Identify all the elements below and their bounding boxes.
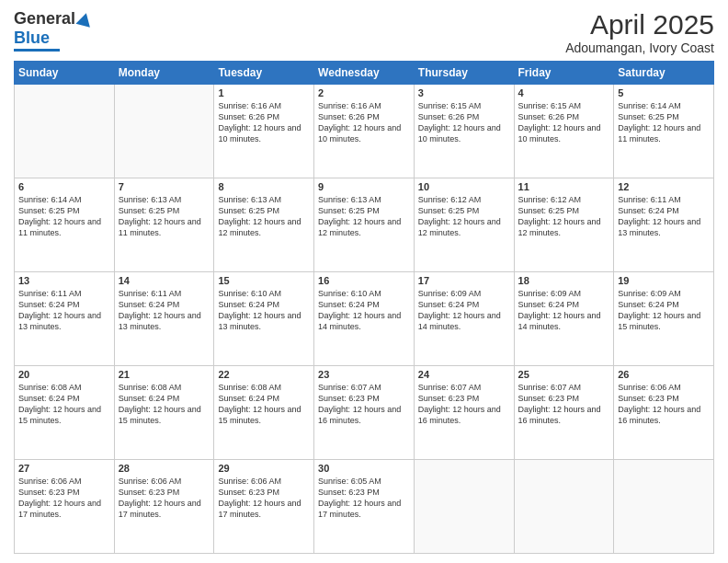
calendar-cell: 13Sunrise: 6:11 AM Sunset: 6:24 PM Dayli… xyxy=(15,272,115,366)
day-info: Sunrise: 6:13 AM Sunset: 6:25 PM Dayligh… xyxy=(218,194,310,239)
calendar-cell: 29Sunrise: 6:06 AM Sunset: 6:23 PM Dayli… xyxy=(214,460,314,554)
calendar-table: SundayMondayTuesdayWednesdayThursdayFrid… xyxy=(14,61,714,554)
day-number: 6 xyxy=(18,181,110,192)
calendar-cell: 8Sunrise: 6:13 AM Sunset: 6:25 PM Daylig… xyxy=(214,178,314,272)
week-row-4: 20Sunrise: 6:08 AM Sunset: 6:24 PM Dayli… xyxy=(15,366,714,460)
calendar-cell xyxy=(614,460,714,554)
calendar-cell: 17Sunrise: 6:09 AM Sunset: 6:24 PM Dayli… xyxy=(414,272,514,366)
calendar-cell xyxy=(114,85,214,178)
calendar-cell: 6Sunrise: 6:14 AM Sunset: 6:25 PM Daylig… xyxy=(15,178,115,272)
calendar-header-row: SundayMondayTuesdayWednesdayThursdayFrid… xyxy=(15,62,714,85)
header: General Blue April 2025 Adoumangan, Ivor… xyxy=(14,9,714,55)
day-number: 16 xyxy=(318,275,410,286)
day-header-sunday: Sunday xyxy=(15,62,115,85)
calendar-title: April 2025 xyxy=(565,9,714,40)
calendar-cell: 19Sunrise: 6:09 AM Sunset: 6:24 PM Dayli… xyxy=(614,272,714,366)
day-number: 27 xyxy=(18,463,110,474)
day-info: Sunrise: 6:08 AM Sunset: 6:24 PM Dayligh… xyxy=(218,382,310,427)
day-info: Sunrise: 6:10 AM Sunset: 6:24 PM Dayligh… xyxy=(318,288,410,333)
day-info: Sunrise: 6:08 AM Sunset: 6:24 PM Dayligh… xyxy=(18,382,110,427)
day-info: Sunrise: 6:07 AM Sunset: 6:23 PM Dayligh… xyxy=(318,382,410,427)
calendar-cell: 24Sunrise: 6:07 AM Sunset: 6:23 PM Dayli… xyxy=(414,366,514,460)
day-number: 8 xyxy=(218,181,310,192)
calendar-cell: 10Sunrise: 6:12 AM Sunset: 6:25 PM Dayli… xyxy=(414,178,514,272)
page: General Blue April 2025 Adoumangan, Ivor… xyxy=(0,0,728,563)
day-info: Sunrise: 6:05 AM Sunset: 6:23 PM Dayligh… xyxy=(318,476,410,521)
day-info: Sunrise: 6:11 AM Sunset: 6:24 PM Dayligh… xyxy=(18,288,110,333)
calendar-cell: 18Sunrise: 6:09 AM Sunset: 6:24 PM Dayli… xyxy=(514,272,614,366)
calendar-cell: 16Sunrise: 6:10 AM Sunset: 6:24 PM Dayli… xyxy=(314,272,415,366)
calendar-cell: 14Sunrise: 6:11 AM Sunset: 6:24 PM Dayli… xyxy=(114,272,214,366)
day-info: Sunrise: 6:13 AM Sunset: 6:25 PM Dayligh… xyxy=(119,194,210,239)
calendar-cell xyxy=(15,85,115,178)
calendar-cell: 23Sunrise: 6:07 AM Sunset: 6:23 PM Dayli… xyxy=(314,366,415,460)
day-number: 29 xyxy=(218,463,310,474)
day-number: 3 xyxy=(418,87,510,98)
calendar-subtitle: Adoumangan, Ivory Coast xyxy=(565,40,714,55)
logo-blue-text: Blue xyxy=(14,29,50,48)
week-row-2: 6Sunrise: 6:14 AM Sunset: 6:25 PM Daylig… xyxy=(15,178,714,272)
day-number: 1 xyxy=(218,87,310,98)
day-number: 21 xyxy=(119,369,210,380)
day-info: Sunrise: 6:08 AM Sunset: 6:24 PM Dayligh… xyxy=(119,382,210,427)
day-info: Sunrise: 6:14 AM Sunset: 6:25 PM Dayligh… xyxy=(618,100,710,145)
day-number: 24 xyxy=(418,369,510,380)
calendar-cell: 2Sunrise: 6:16 AM Sunset: 6:26 PM Daylig… xyxy=(314,85,415,178)
day-number: 23 xyxy=(318,369,410,380)
day-number: 22 xyxy=(218,369,310,380)
calendar-cell: 4Sunrise: 6:15 AM Sunset: 6:26 PM Daylig… xyxy=(514,85,614,178)
calendar-cell: 9Sunrise: 6:13 AM Sunset: 6:25 PM Daylig… xyxy=(314,178,415,272)
calendar-cell xyxy=(514,460,614,554)
day-number: 20 xyxy=(18,369,110,380)
logo-triangle-icon xyxy=(76,11,94,28)
calendar-cell: 5Sunrise: 6:14 AM Sunset: 6:25 PM Daylig… xyxy=(614,85,714,178)
day-number: 15 xyxy=(218,275,310,286)
day-header-tuesday: Tuesday xyxy=(214,62,314,85)
day-number: 14 xyxy=(119,275,210,286)
logo: General Blue xyxy=(14,9,92,52)
day-number: 7 xyxy=(119,181,210,192)
day-info: Sunrise: 6:15 AM Sunset: 6:26 PM Dayligh… xyxy=(518,100,610,145)
calendar-cell: 27Sunrise: 6:06 AM Sunset: 6:23 PM Dayli… xyxy=(15,460,115,554)
calendar-cell: 28Sunrise: 6:06 AM Sunset: 6:23 PM Dayli… xyxy=(114,460,214,554)
day-info: Sunrise: 6:09 AM Sunset: 6:24 PM Dayligh… xyxy=(418,288,510,333)
day-info: Sunrise: 6:16 AM Sunset: 6:26 PM Dayligh… xyxy=(218,100,310,145)
day-info: Sunrise: 6:09 AM Sunset: 6:24 PM Dayligh… xyxy=(618,288,710,333)
calendar-cell: 22Sunrise: 6:08 AM Sunset: 6:24 PM Dayli… xyxy=(214,366,314,460)
day-info: Sunrise: 6:11 AM Sunset: 6:24 PM Dayligh… xyxy=(119,288,210,333)
day-number: 18 xyxy=(518,275,610,286)
day-info: Sunrise: 6:06 AM Sunset: 6:23 PM Dayligh… xyxy=(618,382,710,427)
day-number: 30 xyxy=(318,463,410,474)
calendar-cell: 12Sunrise: 6:11 AM Sunset: 6:24 PM Dayli… xyxy=(614,178,714,272)
day-header-wednesday: Wednesday xyxy=(314,62,415,85)
week-row-1: 1Sunrise: 6:16 AM Sunset: 6:26 PM Daylig… xyxy=(15,85,714,178)
logo-general-text: General xyxy=(14,9,75,29)
calendar-cell xyxy=(414,460,514,554)
day-info: Sunrise: 6:07 AM Sunset: 6:23 PM Dayligh… xyxy=(518,382,610,427)
calendar-cell: 26Sunrise: 6:06 AM Sunset: 6:23 PM Dayli… xyxy=(614,366,714,460)
calendar-cell: 20Sunrise: 6:08 AM Sunset: 6:24 PM Dayli… xyxy=(15,366,115,460)
week-row-5: 27Sunrise: 6:06 AM Sunset: 6:23 PM Dayli… xyxy=(15,460,714,554)
calendar-cell: 25Sunrise: 6:07 AM Sunset: 6:23 PM Dayli… xyxy=(514,366,614,460)
day-info: Sunrise: 6:06 AM Sunset: 6:23 PM Dayligh… xyxy=(18,476,110,521)
calendar-cell: 15Sunrise: 6:10 AM Sunset: 6:24 PM Dayli… xyxy=(214,272,314,366)
day-info: Sunrise: 6:16 AM Sunset: 6:26 PM Dayligh… xyxy=(318,100,410,145)
day-number: 25 xyxy=(518,369,610,380)
day-info: Sunrise: 6:09 AM Sunset: 6:24 PM Dayligh… xyxy=(518,288,610,333)
day-number: 12 xyxy=(618,181,710,192)
day-header-thursday: Thursday xyxy=(414,62,514,85)
day-number: 28 xyxy=(119,463,210,474)
day-info: Sunrise: 6:14 AM Sunset: 6:25 PM Dayligh… xyxy=(18,194,110,239)
day-number: 19 xyxy=(618,275,710,286)
day-number: 10 xyxy=(418,181,510,192)
calendar-cell: 21Sunrise: 6:08 AM Sunset: 6:24 PM Dayli… xyxy=(114,366,214,460)
day-info: Sunrise: 6:11 AM Sunset: 6:24 PM Dayligh… xyxy=(618,194,710,239)
day-info: Sunrise: 6:10 AM Sunset: 6:24 PM Dayligh… xyxy=(218,288,310,333)
day-info: Sunrise: 6:15 AM Sunset: 6:26 PM Dayligh… xyxy=(418,100,510,145)
day-number: 9 xyxy=(318,181,410,192)
day-info: Sunrise: 6:12 AM Sunset: 6:25 PM Dayligh… xyxy=(418,194,510,239)
title-block: April 2025 Adoumangan, Ivory Coast xyxy=(565,9,714,55)
day-info: Sunrise: 6:07 AM Sunset: 6:23 PM Dayligh… xyxy=(418,382,510,427)
calendar-cell: 3Sunrise: 6:15 AM Sunset: 6:26 PM Daylig… xyxy=(414,85,514,178)
day-header-monday: Monday xyxy=(114,62,214,85)
